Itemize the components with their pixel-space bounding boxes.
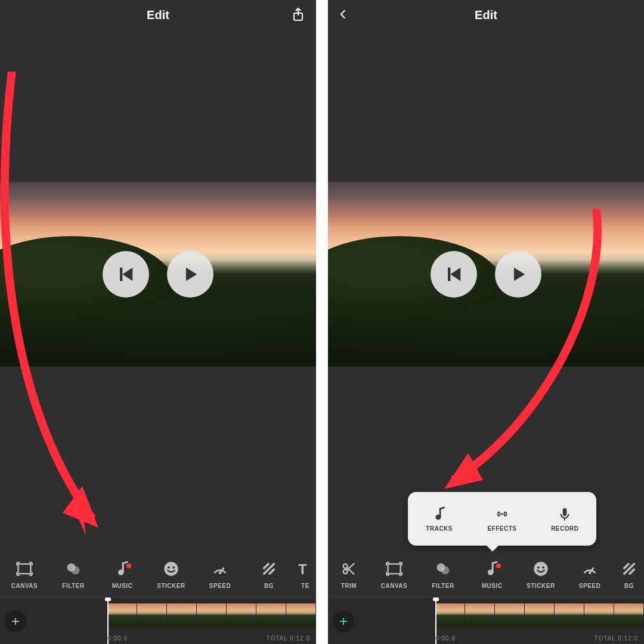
add-clip-button[interactable]: + [333, 611, 354, 632]
tool-bg[interactable]: BG [244, 560, 293, 589]
music-icon [483, 560, 501, 578]
time-total: TOTAL 0:12.0 [594, 635, 638, 642]
playback-controls [431, 251, 541, 298]
time-labels: 0:00.0 TOTAL 0:12.0 [107, 635, 310, 642]
share-button[interactable] [291, 6, 305, 23]
filter-icon [64, 560, 82, 578]
clip-thumb [435, 603, 465, 627]
chevron-left-icon [338, 8, 349, 20]
back-button[interactable] [338, 7, 349, 24]
screenshot-left: Edit CANVAS FILTER [0, 0, 316, 644]
filter-icon [434, 560, 452, 578]
tool-music[interactable]: MUSIC [98, 560, 147, 589]
tool-canvas[interactable]: CANVAS [0, 560, 49, 589]
play-icon [508, 264, 528, 284]
tool-speed[interactable]: SPEED [196, 560, 244, 589]
text-icon [296, 560, 314, 578]
tool-label: CANVAS [11, 583, 38, 589]
play-button[interactable] [495, 251, 541, 298]
clip-thumb [107, 603, 137, 627]
clip-thumb [555, 603, 584, 627]
popup-tracks[interactable]: TRACKS [408, 492, 470, 546]
bg-icon [260, 560, 278, 578]
popup-label: EFFECTS [487, 525, 516, 532]
tool-label: FILTER [432, 583, 454, 589]
tool-music[interactable]: MUSIC [467, 560, 516, 589]
clip-thumb [167, 603, 197, 627]
svg-marker-25 [63, 486, 98, 528]
music-popup: TRACKS EFFECTS RECORD [408, 492, 596, 546]
bottom-toolbar: CANVAS FILTER MUSIC STICKER SPEED BG TE [0, 550, 316, 599]
bg-icon [620, 560, 638, 578]
canvas-icon [16, 560, 33, 578]
clip-thumb [525, 603, 555, 627]
screenshot-right: Edit TRACKS EFFECTS RECORD [328, 0, 644, 644]
music-icon [432, 506, 447, 522]
play-button[interactable] [167, 251, 213, 298]
tool-bg[interactable]: BG [614, 560, 644, 589]
trim-icon [340, 560, 358, 578]
clip-thumb [286, 603, 316, 627]
tool-canvas[interactable]: CANVAS [370, 560, 419, 589]
clip-thumb [495, 603, 525, 627]
tool-filter[interactable]: FILTER [419, 560, 467, 589]
tool-trim[interactable]: TRIM [328, 560, 370, 589]
time-current: 0:00.0 [107, 635, 128, 642]
tool-label: BG [264, 583, 274, 589]
time-current: 0:00.0 [435, 635, 456, 642]
tool-label: STICKER [527, 583, 555, 589]
svg-marker-26 [444, 453, 483, 489]
tool-label: TRIM [341, 583, 357, 589]
time-labels: 0:00.0 TOTAL 0:12.0 [435, 635, 638, 642]
canvas-icon [385, 560, 403, 578]
clip-thumb [465, 603, 495, 627]
time-total: TOTAL 0:12.0 [266, 635, 310, 642]
popup-effects[interactable]: EFFECTS [470, 492, 533, 546]
tool-sticker[interactable]: STICKER [147, 560, 196, 589]
tool-text[interactable]: TE [293, 560, 316, 589]
tool-label: MUSIC [482, 583, 503, 589]
tool-label: CANVAS [381, 583, 407, 589]
tool-filter[interactable]: FILTER [49, 560, 98, 589]
tool-speed[interactable]: SPEED [565, 560, 614, 589]
mic-icon [557, 506, 572, 522]
clip-thumb [137, 603, 167, 627]
tool-label: SPEED [579, 583, 600, 589]
effects-icon [494, 506, 510, 522]
bottom-toolbar: TRIM CANVAS FILTER MUSIC STICKER SPEED B… [328, 550, 644, 599]
previous-button[interactable] [103, 251, 149, 298]
timeline[interactable]: 0:00.0 TOTAL 0:12.0 + [328, 599, 644, 644]
play-icon [180, 264, 200, 284]
tool-label: STICKER [157, 583, 185, 589]
previous-button[interactable] [431, 251, 477, 298]
previous-icon [444, 264, 464, 284]
tool-sticker[interactable]: STICKER [516, 560, 565, 589]
clip-strip[interactable] [435, 603, 644, 627]
notification-dot [496, 564, 501, 568]
speed-icon [581, 560, 599, 578]
tool-label: BG [624, 583, 634, 589]
popup-label: TRACKS [426, 525, 453, 532]
tool-label: MUSIC [112, 583, 133, 589]
clip-strip[interactable] [107, 603, 316, 627]
share-icon [291, 6, 305, 23]
header: Edit [328, 0, 644, 30]
notification-dot [126, 564, 131, 568]
sticker-icon [162, 560, 180, 578]
sticker-icon [532, 560, 550, 578]
playback-controls [103, 251, 213, 298]
header: Edit [0, 0, 316, 30]
music-icon [113, 560, 131, 578]
page-title: Edit [147, 8, 169, 22]
timeline[interactable]: 0:00.0 TOTAL 0:12.0 + [0, 599, 316, 644]
clip-thumb [584, 603, 614, 627]
page-title: Edit [475, 8, 497, 22]
speed-icon [211, 560, 229, 578]
popup-label: RECORD [551, 525, 578, 532]
add-clip-button[interactable]: + [5, 611, 26, 632]
popup-record[interactable]: RECORD [534, 492, 596, 546]
previous-icon [116, 264, 136, 284]
clip-thumb [227, 603, 256, 627]
clip-thumb [256, 603, 286, 627]
tool-label: TE [301, 583, 309, 589]
